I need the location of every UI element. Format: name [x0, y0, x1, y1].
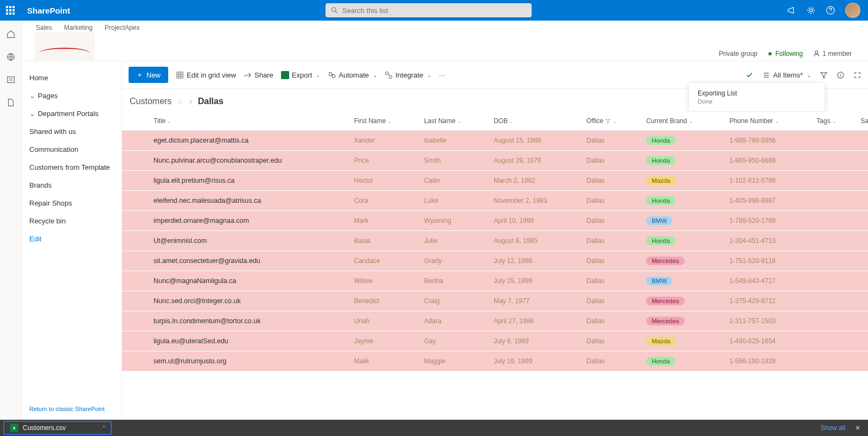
integrate-button[interactable]: Integrate⌄ [385, 71, 431, 79]
cell-assoc [856, 171, 868, 191]
edit-grid-button[interactable]: Edit in grid view [176, 71, 236, 79]
cell-assoc [856, 151, 868, 171]
toast-title: Exporting List [698, 89, 816, 97]
table-row[interactable]: turpis.In.condimentum@tortor.co.ukUriahA… [122, 311, 868, 331]
more-button[interactable]: ··· [439, 71, 445, 79]
cell-first: Uriah [348, 311, 418, 331]
user-avatar[interactable] [845, 3, 860, 18]
automate-button[interactable]: Automate⌄ [328, 71, 377, 79]
site-tab-sales[interactable]: Sales [36, 24, 52, 31]
col-first[interactable]: First Name⌄ [348, 112, 418, 131]
list-name[interactable]: Customers [130, 97, 171, 106]
cell-title[interactable]: sit.amet.consectetuer@gravida.edu [148, 251, 348, 271]
table-row[interactable]: ligula.eu@uteratSed.eduJaymeGayJuly 8, 1… [122, 331, 868, 351]
export-button[interactable]: Export⌄ [281, 71, 321, 79]
search-icon [331, 7, 338, 14]
cell-office: Dallas [581, 131, 641, 151]
settings-icon[interactable] [806, 5, 816, 15]
table-scroll[interactable]: Title⌄ First Name⌄ Last Name⌄ DOB⌄ Offic… [122, 112, 868, 420]
col-dob[interactable]: DOB⌄ [488, 112, 581, 131]
table-row[interactable]: Nunc.pulvinar.arcu@conubianostraper.eduP… [122, 151, 868, 171]
table-row[interactable]: Nunc@magnaNamligula.caWillowBerthaJuly 2… [122, 271, 868, 291]
home-icon[interactable] [6, 29, 16, 39]
nav-communication[interactable]: Communication [29, 140, 114, 158]
col-office[interactable]: Office ⌄ [581, 112, 641, 131]
files-icon[interactable] [6, 98, 16, 107]
cell-dob: July 8, 1989 [488, 331, 581, 351]
col-phone[interactable]: Phone Number⌄ [724, 112, 811, 131]
megaphone-icon[interactable] [787, 5, 796, 15]
cell-office: Dallas [581, 231, 641, 251]
info-icon[interactable] [837, 71, 845, 79]
favorite-icon[interactable]: ☆ [177, 97, 184, 106]
show-all-downloads[interactable]: Show all [821, 424, 845, 432]
list-icon [762, 71, 770, 79]
nav-dept-portals[interactable]: ⌄ Department Portals [29, 105, 114, 123]
cell-title[interactable]: Ut@enimnisl.com [148, 231, 348, 251]
col-tags[interactable]: Tags⌄ [811, 112, 855, 131]
cell-title[interactable]: Nunc.sed.orci@Integer.co.uk [148, 291, 348, 311]
nav-home[interactable]: Home [29, 69, 114, 87]
nav-customers-template[interactable]: Customers from Template [29, 158, 114, 176]
cell-title[interactable]: Nunc@magnaNamligula.ca [148, 271, 348, 291]
cell-title[interactable]: Nunc.pulvinar.arcu@conubianostraper.edu [148, 151, 348, 171]
cell-title[interactable]: eget.dictum.placerat@mattis.ca [148, 131, 348, 151]
nav-edit[interactable]: Edit [29, 230, 114, 248]
table-row[interactable]: sit.amet.consectetuer@gravida.eduCandace… [122, 251, 868, 271]
cell-first: Jayme [348, 331, 418, 351]
table-row[interactable]: sem.ut@rutrumjusto.orgMalikMaggieJuly 19… [122, 351, 868, 371]
cell-title[interactable]: imperdiet.ornare@magnaa.com [148, 211, 348, 231]
table-row[interactable]: imperdiet.ornare@magnaa.comMarkWyomingAp… [122, 211, 868, 231]
view-selector[interactable]: All Items*⌄ [762, 71, 811, 79]
table-row[interactable]: Nunc.sed.orci@Integer.co.ukBenedictCraig… [122, 291, 868, 311]
check-icon[interactable] [745, 71, 754, 79]
table-header-row: Title⌄ First Name⌄ Last Name⌄ DOB⌄ Offic… [122, 112, 868, 131]
cell-title[interactable]: sem.ut@rutrumjusto.org [148, 351, 348, 371]
nav-repair-shops[interactable]: Repair Shops [29, 194, 114, 212]
app-launcher-icon[interactable] [0, 0, 21, 21]
help-icon[interactable] [826, 5, 835, 15]
search-input[interactable] [342, 7, 526, 15]
cell-first: Benedict [348, 291, 418, 311]
nav-shared[interactable]: Shared with us [29, 123, 114, 140]
members-link[interactable]: 1 member [813, 50, 852, 57]
cell-assoc [856, 211, 868, 231]
col-title[interactable]: Title⌄ [148, 112, 348, 131]
cell-brand: BMW [641, 211, 724, 231]
download-chip[interactable]: x Customers.csv ˄ [3, 421, 112, 435]
view-name: Dallas [198, 97, 224, 106]
close-download-bar[interactable]: ✕ [855, 424, 860, 432]
cell-title[interactable]: ligula.elit.pretium@risus.ca [148, 171, 348, 191]
table-row[interactable]: ligula.elit.pretium@risus.caHectorCailin… [122, 171, 868, 191]
globe-icon[interactable] [6, 52, 16, 62]
nav-recycle[interactable]: Recycle bin [29, 212, 114, 230]
new-button[interactable]: ＋ New [129, 67, 168, 83]
cell-phone: 1-102-812-5798 [724, 171, 811, 191]
cell-title[interactable]: eleifend.nec.malesuada@atrisus.ca [148, 191, 348, 211]
cell-title[interactable]: ligula.eu@uteratSed.edu [148, 331, 348, 351]
chevron-up-icon[interactable]: ˄ [103, 425, 105, 431]
site-tab-projectapex[interactable]: ProjectApex [105, 24, 140, 31]
cell-dob: July 19, 1999 [488, 351, 581, 371]
col-brand[interactable]: Current Brand⌄ [641, 112, 724, 131]
col-assoc[interactable]: Sales Associate⌄ [856, 112, 868, 131]
col-last[interactable]: Last Name⌄ [419, 112, 488, 131]
list-pane: ＋ New Edit in grid view Share Export⌄ [122, 61, 868, 420]
filter-icon[interactable] [820, 71, 828, 79]
site-logo[interactable] [35, 33, 94, 61]
news-icon[interactable] [6, 75, 16, 85]
search-box[interactable] [326, 3, 532, 17]
following-button[interactable]: ★ Following [767, 50, 803, 57]
expand-icon[interactable] [853, 71, 861, 79]
cell-assoc [856, 331, 868, 351]
table-row[interactable]: Ut@enimnisl.comBasiaJulieAugust 6, 1985D… [122, 231, 868, 251]
site-tab-marketing[interactable]: Marketing [64, 24, 93, 31]
table-row[interactable]: eleifend.nec.malesuada@atrisus.caCoraLuk… [122, 191, 868, 211]
nav-brands[interactable]: Brands [29, 176, 114, 194]
nav-pages[interactable]: ⌄ Pages [29, 87, 114, 105]
share-button[interactable]: Share [244, 71, 273, 79]
cell-assoc [856, 231, 868, 251]
table-row[interactable]: eget.dictum.placerat@mattis.caXanderIsab… [122, 131, 868, 151]
return-classic-link[interactable]: Return to classic SharePoint [29, 406, 114, 412]
cell-title[interactable]: turpis.In.condimentum@tortor.co.uk [148, 311, 348, 331]
